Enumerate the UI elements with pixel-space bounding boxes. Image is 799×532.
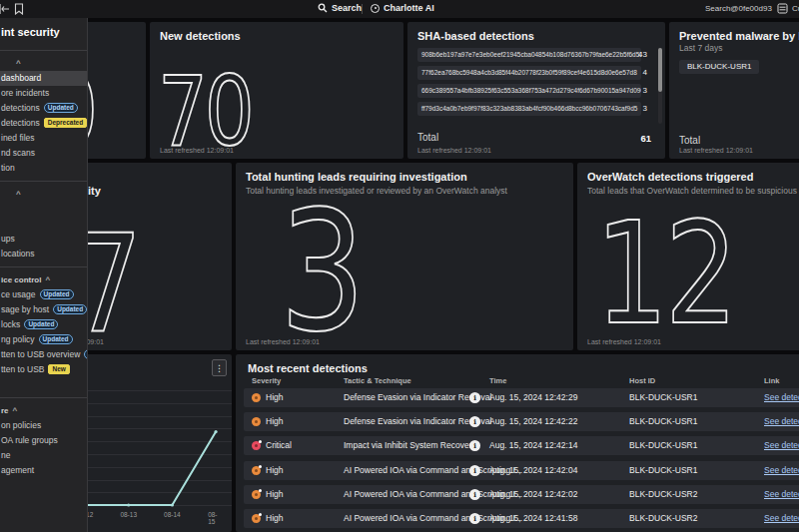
severity-high-icon — [252, 393, 261, 402]
column-header-link: Link — [764, 376, 779, 385]
sidebar-item-locations[interactable]: locations — [0, 247, 87, 262]
sidebar-item-ore-incidents[interactable]: ore incidents — [0, 86, 87, 101]
sha-hash: 908b6eb197a97e7e3eb0eef21945cba04854b108… — [417, 48, 641, 62]
sidebar-item-sage-by-host[interactable]: sage by hostUpdated — [0, 302, 87, 317]
table-row[interactable]: HighAI Powered IOA via Command and Scrip… — [244, 485, 799, 504]
last-refreshed-label: Last refreshed 12:09:01 — [160, 147, 234, 154]
sha-row[interactable]: 669c389557a4bfb38925f63c553a368f753a472d… — [417, 84, 661, 98]
sidebar-item-section[interactable]: ^ — [0, 187, 87, 202]
info-icon[interactable]: i — [469, 392, 480, 403]
sha-hash: 669c389557a4bfb38925f63c553a368f753a472d… — [417, 84, 641, 98]
sha-count: 3 — [643, 86, 647, 95]
sidebar-item-detections[interactable]: detectionsDeprecated — [0, 116, 87, 131]
scrollbar[interactable] — [658, 48, 662, 124]
sidebar-item-dashboard[interactable]: dashboard — [0, 71, 87, 86]
see-detection-link[interactable]: See detection — [764, 509, 799, 528]
sidebar-item-oa-rule-groups[interactable]: OA rule groups — [0, 433, 87, 448]
sidebar-item-on-policies[interactable]: on policies — [0, 418, 87, 433]
badge-new: New — [48, 364, 69, 374]
see-detection-link[interactable]: See detection — [764, 436, 799, 455]
bookmark-icon[interactable] — [14, 3, 24, 15]
host-id-value: BLK-DUCK-USR2 — [629, 509, 698, 528]
collapse-panel-icon[interactable] — [0, 3, 10, 15]
see-detection-link[interactable]: See detection — [764, 461, 799, 480]
column-header-host-id: Host ID — [629, 376, 655, 385]
badge-updated: Updated — [40, 289, 74, 299]
table-row[interactable]: HighAI Powered IOA via Command and Scrip… — [244, 509, 799, 528]
severity-high-icon — [252, 514, 261, 523]
time-value: Aug. 15, 2024 12:42:02 — [489, 485, 577, 504]
severity-high-icon — [252, 466, 261, 475]
table-row[interactable]: CriticalImpact via Inhibit System Recove… — [244, 436, 799, 455]
sidebar-item-ne[interactable]: ne — [0, 448, 87, 463]
chevron-up-icon: ^ — [13, 406, 18, 415]
sha-row[interactable]: 77f62ea768bc5948a4cb3d85f44b20778f23b0f5… — [417, 66, 661, 80]
sidebar-item-ined-files[interactable]: ined files — [0, 131, 87, 146]
see-detection-link[interactable]: See detection — [764, 485, 799, 504]
table-title: Most recent detections — [248, 362, 368, 374]
sidebar-item-label: re — [1, 406, 9, 415]
kebab-menu-button[interactable]: ⋮ — [212, 359, 227, 376]
sidebar-item-detections[interactable]: detectionsUpdated — [0, 101, 87, 116]
top-bar: Search Charlotte AI Search@0fe00d93 Cust… — [0, 0, 799, 18]
hunting-leads-value: 3 — [280, 191, 363, 355]
card-most-recent-detections: Most recent detections SeverityTactic & … — [236, 354, 799, 532]
sidebar-item-ups[interactable]: ups — [0, 232, 87, 247]
charlotte-ai-button[interactable]: Charlotte AI — [371, 3, 434, 13]
host-id-value: BLK-DUCK-USR1 — [629, 461, 698, 480]
sidebar-item-ce-usage[interactable]: ce usageUpdated — [0, 287, 87, 302]
scrollbar-thumb[interactable] — [658, 48, 662, 92]
host-name[interactable]: BLK-DUCK-USR1 — [679, 60, 759, 74]
sidebar: int security ^dashboardore incidentsdete… — [0, 18, 88, 532]
severity-label: High — [266, 461, 283, 480]
sha-row[interactable]: ff79d3c4a0b7eb9f97f83c323ab8383ab4fcf90b… — [417, 102, 661, 116]
see-detection-link[interactable]: See detection — [764, 388, 799, 407]
info-icon[interactable]: i — [469, 465, 480, 476]
x-tick-label: 08-15 — [208, 511, 224, 525]
card-prevented-malware: Prevented malware by host Last 7 days BL… — [669, 22, 799, 159]
see-detection-link[interactable]: See detection — [764, 412, 799, 431]
info-icon[interactable]: i — [469, 513, 480, 524]
table-row[interactable]: HighDefense Evasion via Indicator Remova… — [244, 412, 799, 431]
sha-count: 43 — [638, 50, 647, 59]
sha-row[interactable]: 908b6eb197a97e7e3eb0eef21945cba04854b108… — [417, 48, 661, 62]
sidebar-item-agement[interactable]: agement — [0, 463, 87, 478]
table-row[interactable]: HighDefense Evasion via Indicator Remova… — [244, 388, 799, 407]
sidebar-item-ng-policy[interactable]: ng policyUpdated — [0, 332, 87, 347]
sidebar-item-tten-to-usb[interactable]: tten to USBNew — [0, 362, 87, 377]
sidebar-item-nd-scans[interactable]: nd scans — [0, 146, 87, 161]
sidebar-item-ice-control[interactable]: ice control^ — [0, 272, 87, 287]
sidebar-item-label: tten to USB — [1, 364, 44, 374]
host-id-value: BLK-DUCK-USR1 — [629, 388, 698, 407]
sidebar-item-locks[interactable]: locksUpdated — [0, 317, 87, 332]
column-header-tactic-technique: Tactic & Technique — [344, 376, 411, 385]
card-title: OverWatch detections triggered — [587, 171, 753, 183]
overwatch-value: 12 — [595, 205, 735, 344]
sidebar-item-label: ined files — [1, 133, 35, 143]
tactic-label: Impact via Inhibit System Recovery — [344, 436, 476, 455]
sidebar-item-re[interactable]: re^ — [0, 403, 87, 418]
badge-updated: Updated — [39, 334, 73, 344]
sidebar-item-tten-to-usb-overview[interactable]: tten to USB overviewUpdated — [0, 347, 87, 362]
global-search-button[interactable]: Search — [318, 3, 362, 13]
chevron-up-icon: ^ — [16, 190, 21, 199]
card-sha-detections: SHA-based detections 908b6eb197a97e7e3eb… — [407, 22, 665, 159]
sidebar-item-tion[interactable]: tion — [0, 161, 87, 176]
sidebar-divider — [0, 266, 87, 267]
sidebar-item-section[interactable]: ^ — [0, 56, 87, 71]
info-icon[interactable]: i — [469, 440, 480, 451]
total-label: Total — [417, 132, 438, 143]
card-title: New detections — [160, 30, 241, 42]
chart-point — [171, 503, 174, 506]
sha-list: 908b6eb197a97e7e3eb0eef21945cba04854b108… — [417, 48, 661, 120]
app-menu-icon[interactable] — [777, 3, 788, 14]
user-context-label[interactable]: Search@0fe00d93 — [705, 4, 772, 13]
sidebar-item-label: ng policy — [1, 334, 35, 344]
card-hunting-leads: Total hunting leads requiring investigat… — [236, 163, 573, 350]
sidebar-item-label: agement — [1, 465, 34, 475]
severity-high-icon — [252, 490, 261, 499]
column-header-severity: Severity — [252, 376, 281, 385]
info-icon[interactable]: i — [469, 489, 480, 500]
table-row[interactable]: HighAI Powered IOA via Command and Scrip… — [244, 461, 799, 480]
topbar-right-clipped-label[interactable]: Custom — [792, 4, 799, 13]
